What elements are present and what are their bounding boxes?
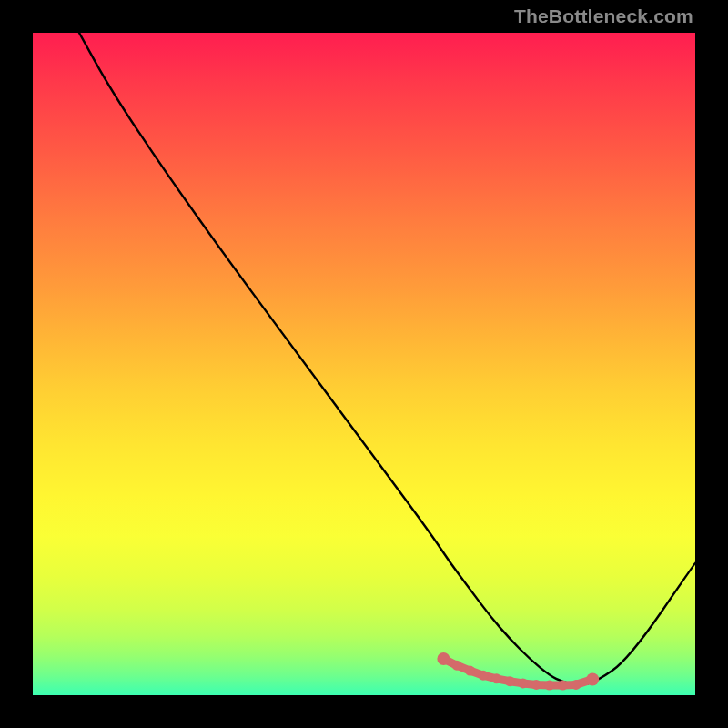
marker-dot (544, 681, 554, 691)
marker-dot (505, 676, 515, 686)
plot-area (33, 33, 695, 695)
highlight-markers (437, 652, 599, 691)
marker-dot (518, 678, 528, 688)
watermark-text: TheBottleneck.com (514, 5, 693, 27)
marker-dot (437, 652, 450, 665)
curve-layer (33, 33, 695, 695)
marker-dot (465, 666, 475, 676)
bottleneck-curve (79, 33, 695, 684)
marker-dot (491, 673, 501, 683)
marker-dot (479, 671, 489, 681)
marker-dot (531, 680, 541, 690)
marker-dot (558, 681, 568, 691)
marker-dot (571, 680, 581, 690)
marker-dot (586, 673, 599, 686)
chart-frame: TheBottleneck.com (0, 0, 728, 728)
marker-dot (451, 661, 461, 671)
